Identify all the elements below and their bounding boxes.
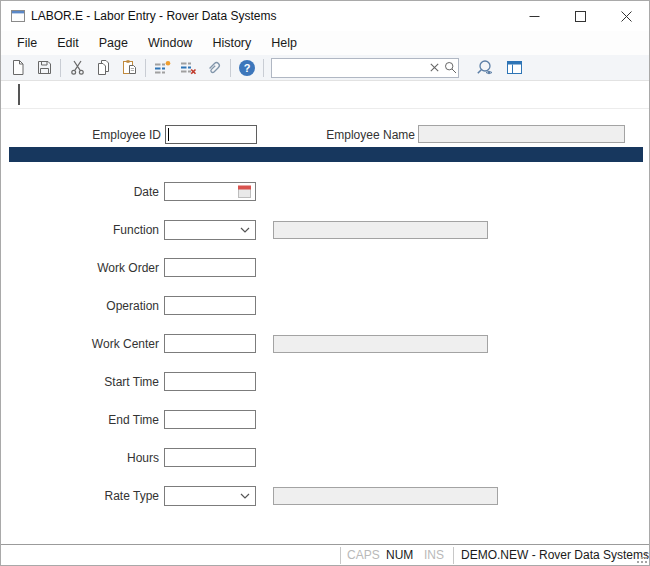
hours-label: Hours (19, 451, 159, 465)
cut-icon (69, 59, 86, 76)
search-input[interactable] (272, 60, 426, 76)
paste-icon (121, 59, 138, 76)
toolbar: ? (1, 55, 649, 81)
cut-button[interactable] (64, 57, 90, 79)
insert-rows-icon (153, 59, 171, 76)
work-center-label: Work Center (19, 337, 159, 351)
layout-button[interactable] (501, 57, 527, 79)
minimize-button[interactable] (511, 1, 557, 31)
lookup-icon (475, 59, 497, 77)
toolbar-separator (230, 59, 231, 77)
maximize-icon (575, 11, 586, 22)
function-label: Function (19, 223, 159, 237)
menu-bar: File Edit Page Window History Help (1, 31, 649, 55)
clear-search-button[interactable] (426, 59, 442, 77)
save-icon (36, 59, 53, 76)
chevron-down-icon (240, 227, 250, 233)
operation-input[interactable] (164, 296, 256, 315)
app-window-icon (11, 10, 25, 22)
work-center-description-field (273, 335, 488, 353)
caption-buttons (511, 1, 649, 31)
employee-name-label: Employee Name (295, 128, 415, 142)
section-divider-bar (9, 147, 643, 162)
close-icon (621, 11, 632, 22)
start-time-input[interactable] (164, 372, 256, 391)
clear-icon (430, 63, 439, 72)
employee-name-field (418, 125, 625, 143)
window-title: LABOR.E - Labor Entry - Rover Data Syste… (31, 1, 276, 31)
title-bar: LABOR.E - Labor Entry - Rover Data Syste… (1, 1, 649, 31)
toolbar-separator (263, 59, 264, 77)
employee-id-label: Employee ID (41, 128, 161, 142)
end-time-label: End Time (19, 413, 159, 427)
start-time-label: Start Time (19, 375, 159, 389)
maximize-button[interactable] (557, 1, 603, 31)
num-indicator: NUM (386, 545, 413, 565)
close-button[interactable] (603, 1, 649, 31)
status-separator (453, 547, 454, 564)
paste-button[interactable] (116, 57, 142, 79)
layout-icon (505, 59, 524, 76)
help-button[interactable]: ? (234, 57, 260, 79)
function-dropdown[interactable] (164, 220, 256, 240)
menu-history[interactable]: History (202, 31, 261, 55)
work-order-input[interactable] (164, 258, 256, 277)
function-description-field (273, 221, 488, 239)
hours-input[interactable] (164, 448, 256, 467)
toolbar-search (271, 58, 459, 78)
copy-icon (95, 59, 112, 76)
ins-indicator: INS (424, 545, 444, 565)
form-area: Employee ID Employee Name Date Function … (1, 81, 649, 546)
search-icon (444, 61, 457, 74)
status-context: DEMO.NEW - Rover Data Systems (461, 545, 649, 565)
operation-label: Operation (19, 299, 159, 313)
calendar-icon[interactable] (238, 185, 251, 198)
menu-file[interactable]: File (7, 31, 47, 55)
rate-type-description-field (273, 487, 498, 505)
lookup-button[interactable] (473, 57, 499, 79)
pane-divider (1, 108, 649, 109)
employee-id-input[interactable] (165, 125, 257, 144)
rate-type-dropdown[interactable] (164, 486, 256, 506)
status-separator (340, 547, 341, 564)
status-bar: CAPS NUM INS DEMO.NEW - Rover Data Syste… (1, 544, 649, 565)
employee-id-caret (168, 128, 169, 141)
search-go-button[interactable] (442, 59, 458, 77)
attachment-button[interactable] (201, 57, 227, 79)
svg-text:?: ? (244, 62, 251, 74)
copy-button[interactable] (90, 57, 116, 79)
new-button[interactable] (5, 57, 31, 79)
menu-window[interactable]: Window (138, 31, 202, 55)
menu-help[interactable]: Help (261, 31, 307, 55)
rate-type-label: Rate Type (19, 489, 159, 503)
end-time-input[interactable] (164, 410, 256, 429)
help-icon: ? (238, 59, 256, 77)
delete-rows-icon (179, 59, 197, 76)
text-caret (18, 84, 20, 105)
menu-page[interactable]: Page (89, 31, 138, 55)
save-button[interactable] (31, 57, 57, 79)
new-document-icon (10, 59, 26, 76)
toolbar-separator (60, 59, 61, 77)
menu-edit[interactable]: Edit (47, 31, 89, 55)
toolbar-separator (145, 59, 146, 77)
date-label: Date (19, 185, 159, 199)
resize-grip[interactable] (635, 551, 647, 563)
work-center-input[interactable] (164, 334, 256, 353)
delete-rows-button[interactable] (175, 57, 201, 79)
work-order-label: Work Order (19, 261, 159, 275)
attachment-icon (205, 59, 223, 77)
chevron-down-icon (240, 493, 250, 499)
minimize-icon (529, 11, 540, 22)
app-window: LABOR.E - Labor Entry - Rover Data Syste… (0, 0, 650, 566)
insert-rows-button[interactable] (149, 57, 175, 79)
caps-indicator: CAPS (347, 545, 380, 565)
